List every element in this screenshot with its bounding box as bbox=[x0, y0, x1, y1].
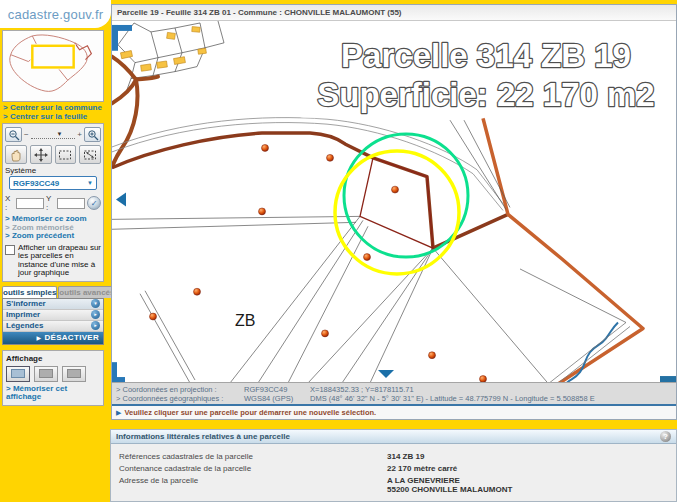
parcel-info-header: Informations littérales relatives à une … bbox=[111, 430, 676, 444]
tool-imprimer-label: Imprimer bbox=[6, 310, 40, 319]
center-feuille-link[interactable]: > Centrer sur la feuille bbox=[3, 113, 103, 122]
adresse-line2: 55200 CHONVILLE MALAUMONT bbox=[387, 486, 512, 495]
magnifier-plus-icon bbox=[87, 129, 99, 141]
layout-preview-icon bbox=[39, 369, 53, 378]
zoom-slider-row: − ▼ + bbox=[5, 127, 101, 142]
overlay-parcel-text: Parcelle 314 ZB 19 bbox=[341, 37, 631, 74]
hand-icon bbox=[9, 148, 23, 162]
info-row-references: Références cadastrales de la parcelle 31… bbox=[119, 453, 676, 462]
parcel-info-panel: Informations littérales relatives à une … bbox=[110, 429, 677, 502]
minimap-canvas bbox=[4, 32, 100, 95]
overview-minimap[interactable] bbox=[2, 30, 104, 102]
x-label: X : bbox=[5, 194, 14, 212]
expand-right-icon[interactable]: ▸ bbox=[91, 310, 100, 319]
expand-right-icon[interactable]: ▸ bbox=[91, 321, 100, 330]
affichage-label: Affichage bbox=[6, 354, 100, 363]
parcel-info-body: Références cadastrales de la parcelle 31… bbox=[111, 444, 676, 494]
village-roads bbox=[112, 57, 158, 167]
zoom-slider-thumb[interactable]: ▼ bbox=[57, 131, 63, 137]
pan-hand-button[interactable] bbox=[5, 145, 27, 164]
commune-boundary bbox=[483, 118, 643, 382]
tree-dots bbox=[150, 144, 487, 382]
map-window: Parcelle 19 - Feuille 314 ZB 01 - Commun… bbox=[111, 4, 677, 420]
zoom-in-button[interactable] bbox=[84, 127, 101, 142]
logo-box: cadastre.gouv.fr bbox=[0, 0, 111, 28]
tool-sinformer[interactable]: S'informer ▾ bbox=[3, 299, 103, 310]
tab-outils-simples[interactable]: outils simples bbox=[2, 286, 57, 298]
arrow-right-icon: ▶ bbox=[37, 334, 42, 341]
zoom-rectangle-button[interactable] bbox=[55, 145, 77, 164]
desactiver-button[interactable]: ▶ DÉSACTIVER bbox=[3, 332, 103, 344]
map-tools-row bbox=[5, 145, 101, 164]
geographic-system: WGS84 (GPS) bbox=[244, 394, 310, 403]
projection-xy-value: X=1884352.33 ; Y=8178115.71 bbox=[310, 385, 672, 394]
geographic-value: DMS (48° 46' 32" N - 5° 30' 31" E) - Lat… bbox=[310, 394, 672, 403]
selected-parcel[interactable] bbox=[360, 158, 433, 248]
projection-coords-row: > Coordonnées en projection : RGF93CC49 … bbox=[116, 385, 672, 394]
zoom-plus-label[interactable]: + bbox=[77, 130, 82, 139]
cadastre-logo[interactable]: cadastre.gouv.fr bbox=[8, 7, 103, 22]
adresse-value: A LA GENEVRIERE 55200 CHONVILLE MALAUMON… bbox=[387, 477, 512, 494]
tools-tabs: outils simples outils avancés bbox=[2, 286, 104, 298]
display-mode-3-button[interactable] bbox=[62, 366, 86, 382]
coordinates-status-bar: > Coordonnées en projection : RGF93CC49 … bbox=[112, 382, 676, 404]
references-label: Références cadastrales de la parcelle bbox=[119, 453, 387, 462]
map-canvas[interactable]: ZB Parcelle 314 ZB 19 Superficie: 22 170… bbox=[112, 21, 676, 382]
instruction-message: Veuillez cliquer sur une parcelle pour d… bbox=[124, 408, 376, 417]
x-input[interactable] bbox=[16, 198, 44, 209]
help-icon[interactable]: ? bbox=[660, 431, 671, 442]
move-arrows-icon bbox=[34, 148, 48, 162]
map-controls-panel: − ▼ + bbox=[2, 123, 104, 282]
center-links: > Centrer sur la commune > Centrer sur l… bbox=[2, 102, 104, 122]
zoom-memory-links: > Mémoriser ce zoom > Zoom mémorisé > Zo… bbox=[5, 215, 101, 241]
parcel-info-title: Informations littérales relatives à une … bbox=[116, 432, 290, 441]
tool-legendes[interactable]: Légendes ▸ bbox=[3, 321, 103, 332]
zoom-slider-track[interactable]: ▼ bbox=[31, 130, 76, 139]
projection-select[interactable]: RGF93CC49 ▼ bbox=[9, 176, 97, 190]
zoom-out-button[interactable] bbox=[5, 127, 22, 142]
minimap-blank bbox=[30, 44, 75, 70]
y-label: Y : bbox=[46, 194, 55, 212]
cadastre-page: cadastre.gouv.fr > Centrer sur la commun… bbox=[0, 0, 677, 502]
tab-outils-avances[interactable]: outils avancés bbox=[58, 286, 115, 298]
previous-zoom-link[interactable]: > Zoom précédent bbox=[5, 232, 101, 241]
layout-preview-icon bbox=[67, 369, 81, 378]
dashed-rect-icon bbox=[58, 148, 72, 162]
references-value: 314 ZB 19 bbox=[387, 453, 424, 462]
tool-sinformer-label: S'informer bbox=[6, 299, 46, 308]
info-row-contenance: Contenance cadastrale de la parcelle 22 … bbox=[119, 465, 676, 474]
annotation-overlay: Parcelle 314 ZB 19 Superficie: 22 170 m2 bbox=[296, 23, 675, 118]
display-mode-buttons bbox=[6, 366, 100, 382]
projection-selected-value: RGF93CC49 bbox=[13, 179, 59, 188]
village-buildings bbox=[120, 27, 206, 72]
info-row-adresse: Adresse de la parcelle A LA GENEVRIERE 5… bbox=[119, 477, 676, 494]
flag-checkbox[interactable] bbox=[5, 245, 15, 255]
display-mode-2-button[interactable] bbox=[34, 366, 58, 382]
sidebar: > Centrer sur la commune > Centrer sur l… bbox=[2, 30, 104, 406]
affichage-panel: Affichage > Mémoriser cet affichage bbox=[2, 350, 104, 406]
adresse-label: Adresse de la parcelle bbox=[119, 477, 387, 494]
memorize-display-link[interactable]: > Mémoriser cet affichage bbox=[6, 385, 100, 402]
tool-legendes-label: Légendes bbox=[6, 321, 43, 330]
projection-system: RGF93CC49 bbox=[244, 385, 310, 394]
zoom-minus-label[interactable]: − bbox=[24, 130, 29, 139]
chevron-down-icon: ▼ bbox=[87, 180, 93, 186]
pan-down-arrow[interactable] bbox=[378, 370, 394, 378]
simple-tools-panel: S'informer ▾ Imprimer ▸ Légendes ▸ ▶ DÉS… bbox=[2, 298, 104, 345]
flag-checkbox-label: Afficher un drapeau sur les parcelles en… bbox=[18, 244, 101, 278]
arrow-right-icon: ▶ bbox=[116, 409, 121, 417]
y-input[interactable] bbox=[57, 198, 85, 209]
extent-rectangle-button[interactable] bbox=[79, 145, 101, 164]
tool-imprimer[interactable]: Imprimer ▸ bbox=[3, 310, 103, 321]
contenance-value: 22 170 mètre carré bbox=[387, 465, 457, 474]
display-mode-1-button[interactable] bbox=[6, 366, 30, 382]
pan-left-arrow[interactable] bbox=[116, 193, 126, 207]
section-label-zb: ZB bbox=[235, 313, 255, 330]
geographic-coords-label: > Coordonnées géographiques : bbox=[116, 394, 244, 403]
move-button[interactable] bbox=[30, 145, 52, 164]
flag-checkbox-row: Afficher un drapeau sur les parcelles en… bbox=[5, 244, 101, 278]
map-title-bar: Parcelle 19 - Feuille 314 ZB 01 - Commun… bbox=[112, 5, 676, 21]
validate-coordinates-button[interactable]: ✓ bbox=[87, 196, 101, 210]
contenance-label: Contenance cadastrale de la parcelle bbox=[119, 465, 387, 474]
expand-down-icon[interactable]: ▾ bbox=[91, 299, 100, 308]
